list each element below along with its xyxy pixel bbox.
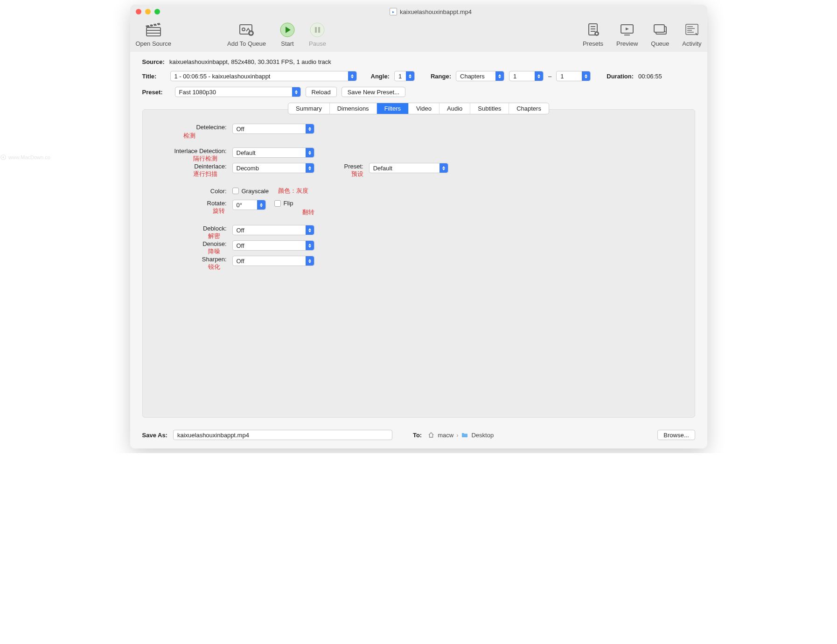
file-icon: ▸ — [390, 8, 397, 15]
source-label: Source: — [142, 58, 165, 65]
toolbar: Open Source Add To Queue Start P — [130, 19, 707, 52]
range-to-select[interactable]: 1 — [556, 71, 591, 81]
preset-select[interactable]: Fast 1080p30 — [175, 87, 301, 97]
save-as-input[interactable]: kaixuelashouxinbappt.mp4 — [173, 430, 392, 440]
source-value: kaixuelashouxinbappt, 852x480, 30.3031 F… — [169, 58, 331, 65]
flip-annot: 翻转 — [302, 208, 314, 217]
pause-icon — [309, 21, 326, 38]
tab-bar: Summary Dimensions Filters Video Audio S… — [288, 103, 549, 114]
browse-button[interactable]: Browse... — [657, 430, 695, 440]
range-from-select[interactable]: 1 — [509, 71, 544, 81]
presets-button[interactable]: Presets — [583, 21, 603, 47]
close-window-button[interactable] — [136, 9, 141, 14]
window-title: ▸ kaixuelashouxinbappt.mp4 — [160, 8, 702, 15]
tab-video[interactable]: Video — [409, 103, 439, 114]
range-dash: – — [548, 73, 551, 80]
detelecine-label: Detelecine: — [152, 124, 227, 131]
minimize-window-button[interactable] — [145, 9, 151, 14]
queue-button[interactable]: Queue — [651, 21, 669, 47]
svg-point-5 — [242, 28, 245, 31]
denoise-label: Denoise: — [152, 240, 227, 247]
titlebar: ▸ kaixuelashouxinbappt.mp4 — [130, 5, 707, 19]
angle-label: Angle: — [371, 73, 390, 80]
tab-summary[interactable]: Summary — [288, 103, 330, 114]
interlace-det-label: Interlace Detection: — [152, 147, 227, 154]
grayscale-label: Grayscale — [242, 188, 269, 195]
activity-icon — [684, 21, 700, 38]
preview-button[interactable]: Preview — [616, 21, 638, 47]
home-icon — [427, 431, 435, 439]
duration-value: 00:06:55 — [638, 73, 662, 80]
title-label: Title: — [142, 73, 166, 80]
svg-rect-1 — [146, 28, 160, 36]
folder-icon — [461, 431, 468, 439]
sharpen-select[interactable]: Off — [232, 256, 314, 266]
to-label: To: — [413, 432, 422, 439]
svg-point-16 — [596, 33, 598, 35]
play-icon — [279, 21, 296, 38]
clapperboard-icon — [145, 21, 162, 38]
save-as-label: Save As: — [142, 432, 167, 439]
queue-icon — [652, 21, 669, 38]
sharpen-annot: 锐化 — [152, 263, 227, 271]
denoise-select[interactable]: Off — [232, 240, 314, 251]
open-source-button[interactable]: Open Source — [136, 21, 172, 47]
tab-dimensions[interactable]: Dimensions — [330, 103, 377, 114]
reload-button[interactable]: Reload — [306, 87, 337, 97]
tab-chapters[interactable]: Chapters — [509, 103, 549, 114]
deblock-select[interactable]: Off — [232, 225, 314, 235]
deint-preset-select[interactable]: Default — [369, 163, 448, 173]
deint-preset-annot: 预设 — [344, 170, 363, 178]
deint-preset-label: Preset: — [344, 163, 363, 170]
svg-point-8 — [310, 23, 324, 37]
range-label: Range: — [431, 73, 451, 80]
duration-label: Duration: — [607, 73, 634, 80]
svg-rect-9 — [315, 27, 317, 33]
color-label: Color: — [152, 188, 227, 195]
flip-checkbox[interactable] — [274, 200, 281, 207]
destination-path[interactable]: macw › Desktop — [427, 431, 494, 439]
zoom-window-button[interactable] — [154, 9, 160, 14]
svg-rect-21 — [654, 25, 664, 32]
sharpen-label: Sharpen: — [152, 256, 227, 263]
tab-audio[interactable]: Audio — [439, 103, 470, 114]
preview-icon — [619, 21, 635, 38]
deinterlace-label: Deinterlace: — [152, 163, 227, 170]
save-new-preset-button[interactable]: Save New Preset... — [342, 87, 405, 97]
deinterlace-annot: 逐行扫描 — [152, 170, 227, 178]
filters-panel: Detelecine: 检测 Off Interlace Detection: … — [142, 109, 695, 418]
interlace-det-select[interactable]: Default — [232, 147, 314, 158]
add-to-queue-button[interactable]: Add To Queue — [227, 21, 266, 47]
range-mode-select[interactable]: Chapters — [456, 71, 504, 81]
rotate-label: Rotate: — [152, 200, 227, 207]
presets-icon — [585, 21, 601, 38]
preset-label: Preset: — [142, 89, 170, 96]
title-select[interactable]: 1 - 00:06:55 - kaixuelashouxinbappt — [170, 71, 357, 81]
rotate-annot: 旋转 — [152, 207, 227, 215]
tab-filters[interactable]: Filters — [377, 103, 409, 114]
flip-label: Flip — [284, 200, 293, 207]
detelecine-select[interactable]: Off — [232, 124, 314, 134]
add-queue-icon — [238, 21, 255, 38]
pause-button: Pause — [309, 21, 326, 47]
detelecine-annot: 检测 — [152, 132, 227, 140]
tab-subtitles[interactable]: Subtitles — [470, 103, 509, 114]
start-button[interactable]: Start — [279, 21, 296, 47]
grayscale-checkbox[interactable] — [232, 188, 239, 194]
activity-button[interactable]: Activity — [682, 21, 701, 47]
angle-select[interactable]: 1 — [394, 71, 415, 81]
svg-rect-10 — [318, 27, 320, 33]
deblock-label: Deblock: — [152, 225, 227, 232]
color-annot: 颜色：灰度 — [278, 187, 308, 195]
deinterlace-select[interactable]: Decomb — [232, 163, 314, 173]
rotate-select[interactable]: 0° — [232, 200, 266, 210]
